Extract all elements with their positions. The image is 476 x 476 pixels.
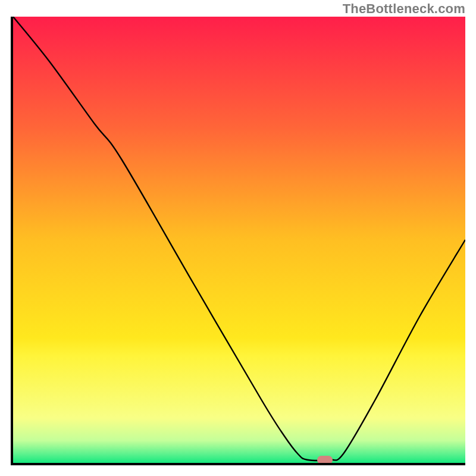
optimal-marker — [317, 456, 333, 464]
attribution-text: TheBottleneck.com — [343, 1, 465, 17]
chart-container: TheBottleneck.com — [0, 0, 476, 476]
bottleneck-curve — [13, 17, 465, 463]
plot-area — [11, 17, 465, 465]
